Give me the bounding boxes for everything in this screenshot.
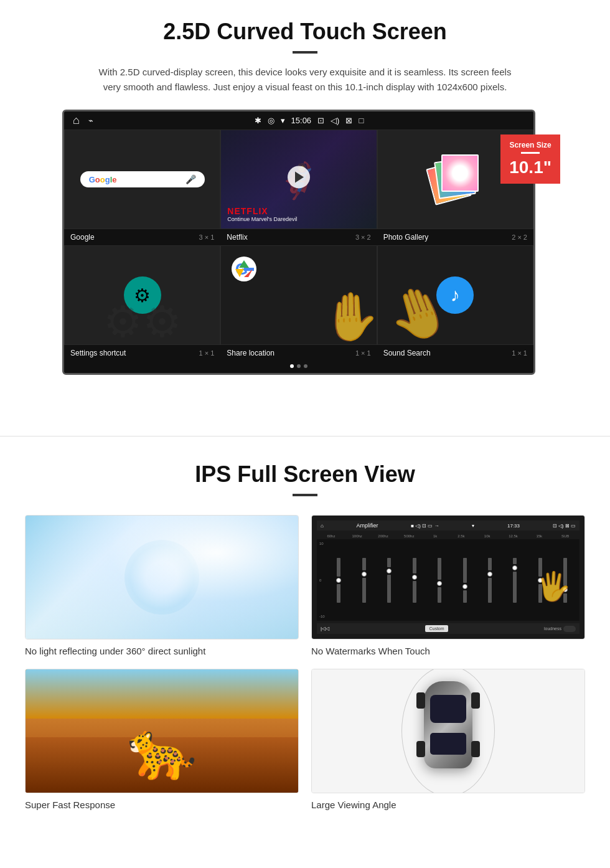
section1-description: With 2.5D curved-display screen, this de… — [93, 65, 517, 95]
netflix-label-cell: Netflix 3 × 2 — [220, 233, 377, 242]
status-bar-center: ✱ ◎ ▾ 15:06 ⊡ ◁) ⊠ □ — [255, 116, 364, 125]
eq-bar-4 — [428, 542, 451, 618]
badge-label: Screen Size — [509, 141, 551, 149]
car-image — [311, 669, 585, 793]
gallery-app-size: 2 × 2 — [512, 234, 527, 241]
sunlight-glow — [26, 516, 298, 639]
gallery-stack — [430, 154, 480, 204]
eq-bar-7 — [504, 542, 527, 618]
badge-underline — [521, 152, 540, 154]
netflix-app-label: Netflix — [227, 233, 247, 242]
amp-time: 17:33 — [507, 523, 520, 529]
app-labels-row1: Google 3 × 1 Netflix 3 × 2 Photo Gallery… — [64, 229, 533, 245]
eq-bar-3 — [403, 542, 426, 618]
amp-y-labels: 10 0 -10 — [319, 542, 327, 618]
section-ips-fullscreen: IPS Full Screen View No light reflecting… — [0, 455, 610, 829]
features-grid: No light reflecting under 360° direct su… — [25, 515, 585, 810]
netflix-app-cell[interactable]: 🦸 NETFLIX Continue Marvel's Daredevil — [220, 130, 377, 229]
volume-icon: ◁) — [331, 116, 339, 125]
settings-app-label: Settings shortcut — [70, 349, 126, 357]
eq-bar-6 — [478, 542, 501, 618]
netflix-overlay: NETFLIX Continue Marvel's Daredevil — [221, 130, 376, 229]
section-curved-touch: 2.5D Curved Touch Screen With 2.5D curve… — [0, 0, 610, 417]
feature-car: Large Viewing Angle — [311, 669, 585, 810]
usb-icon: ⌁ — [88, 116, 93, 125]
amp-equalizer-area: 10 0 -10 — [317, 539, 580, 621]
google-app-size: 3 × 1 — [199, 234, 215, 241]
freq-label-5: 2.5k — [449, 534, 473, 538]
x-icon: ⊠ — [345, 116, 352, 125]
feature-sunlight: No light reflecting under 360° direct su… — [25, 515, 299, 656]
settings-label-cell: Settings shortcut 1 × 1 — [64, 349, 220, 357]
amp-freq-labels: 60hz 100hz 200hz 500hz 1k 2.5k 10k 12.5k… — [317, 533, 580, 539]
loudness-label: loudness — [544, 626, 561, 631]
hand-touch-icon: 🖐 — [536, 570, 571, 603]
section2-title: IPS Full Screen View — [25, 461, 585, 488]
eq-bar-0 — [327, 542, 350, 618]
freq-label-4: 1k — [423, 534, 447, 538]
location-icon: ◎ — [268, 116, 274, 125]
cheetah-visual: 🐆 — [26, 669, 298, 793]
home-icon[interactable]: ⌂ — [73, 114, 80, 127]
amp-title: Amplifier — [357, 522, 378, 529]
cheetah-image: 🐆 — [25, 669, 299, 793]
amp-prev-icon: |◁◁ — [321, 626, 329, 631]
music-note-icon: ♪ — [451, 285, 460, 306]
cheetah-sky — [26, 669, 298, 719]
google-logo: Google — [89, 175, 117, 184]
freq-label-2: 200hz — [372, 534, 395, 538]
car-rear-window — [430, 733, 466, 755]
car-visual — [312, 669, 584, 793]
app-grid-row1: Google 🎤 🦸 NETFLIX Continue Marvel's Dar… — [64, 130, 533, 229]
mic-icon[interactable]: 🎤 — [185, 174, 196, 184]
google-label-cell: Google 3 × 1 — [64, 233, 220, 242]
car-label: Large Viewing Angle — [311, 800, 585, 810]
sunlight-label: No light reflecting under 360° direct su… — [25, 646, 299, 656]
gallery-img-front — [441, 154, 479, 192]
car-top-view-wrapper — [411, 675, 486, 787]
netflix-logo: NETFLIX — [227, 206, 268, 216]
section1-title-underline — [293, 51, 317, 54]
settings-bg-icons: ⚙⚙ — [65, 296, 220, 345]
screen-size-badge: Screen Size 10.1" — [500, 134, 560, 184]
sunlight-image — [25, 515, 299, 639]
google-g-icon: G — [230, 255, 258, 283]
amplifier-visual: ⌂ Amplifier ■ ◁) ⊡ ▭ → ▾ 17:33 ⊡ ◁) ⊠ ▭ … — [312, 516, 584, 639]
status-bar: ⌂ ⌁ ✱ ◎ ▾ 15:06 ⊡ ◁) ⊠ □ — [64, 111, 533, 130]
google-app-cell[interactable]: Google 🎤 — [64, 130, 220, 229]
amp-icons: ■ ◁) ⊡ ▭ → — [411, 523, 439, 529]
feature-amplifier: ⌂ Amplifier ■ ◁) ⊡ ▭ → ▾ 17:33 ⊡ ◁) ⊠ ▭ … — [311, 515, 585, 656]
settings-app-size: 1 × 1 — [199, 349, 215, 357]
feature-cheetah: 🐆 Super Fast Response — [25, 669, 299, 810]
gallery-app-label: Photo Gallery — [383, 233, 429, 242]
google-app-label: Google — [70, 233, 95, 242]
settings-app-cell[interactable]: ⚙ ⚙⚙ — [64, 245, 220, 345]
amp-cam: ⊡ ◁) ⊠ ▭ — [553, 523, 576, 529]
sunlight-visual — [26, 516, 298, 639]
google-search-bar[interactable]: Google 🎤 — [80, 171, 205, 187]
amp-custom-btn[interactable]: Custom — [425, 625, 448, 632]
eq-bar-5 — [453, 542, 476, 618]
status-time: 15:06 — [291, 116, 312, 125]
eq-bar-1 — [352, 542, 375, 618]
amplifier-image: ⌂ Amplifier ■ ◁) ⊡ ▭ → ▾ 17:33 ⊡ ◁) ⊠ ▭ … — [311, 515, 585, 639]
gallery-label-cell: Photo Gallery 2 × 2 — [377, 233, 533, 242]
section2-title-underline — [293, 494, 317, 496]
status-bar-left: ⌂ ⌁ — [73, 114, 93, 127]
sound-app-size: 1 × 1 — [512, 349, 527, 357]
freq-label-7: 12.5k — [502, 534, 525, 538]
loudness-toggle: loudness — [544, 626, 576, 632]
freq-label-1: 100hz — [345, 534, 369, 538]
section1-title: 2.5D Curved Touch Screen — [37, 19, 573, 45]
toggle-pill[interactable] — [563, 626, 576, 632]
amp-footer: |◁◁ Custom loudness — [317, 623, 580, 634]
freq-label-6: 10k — [476, 534, 499, 538]
bluetooth-icon: ✱ — [255, 116, 261, 125]
car-wheel-rl — [416, 741, 425, 757]
cheetah-emoji: 🐆 — [127, 718, 197, 783]
wifi-icon: ▾ — [281, 116, 285, 125]
window-icon: □ — [359, 116, 364, 125]
cheetah-label: Super Fast Response — [25, 800, 299, 810]
car-wheel-rr — [471, 741, 480, 757]
car-wheel-fr — [471, 692, 480, 709]
